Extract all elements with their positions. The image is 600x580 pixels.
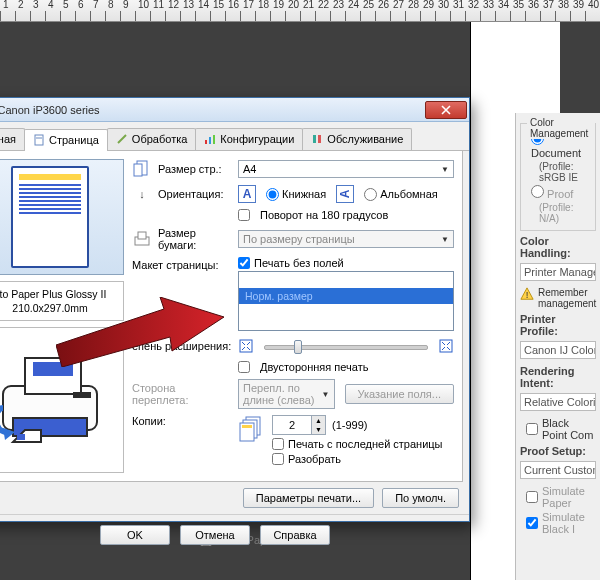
extent-slider[interactable] xyxy=(264,337,428,355)
paper-size-row: Размербумаги: По размеру страницы▼ xyxy=(132,227,454,251)
printer-small-icon xyxy=(132,229,152,249)
page-thumbnail xyxy=(11,166,89,268)
tab-profiles[interactable]: Конфигурации xyxy=(195,128,303,150)
dialog-tabs: вная Страница Обработка Конфигурации Обс… xyxy=(0,122,469,151)
svg-rect-17 xyxy=(73,392,91,398)
wand-icon xyxy=(116,133,128,145)
extent-max-icon xyxy=(438,338,454,354)
black-point-checkbox[interactable]: Black Point Com xyxy=(526,417,596,441)
svg-marker-12 xyxy=(33,362,73,376)
document-profile-label: (Profile: sRGB IE xyxy=(539,161,591,183)
duplex-row: Двусторонняя печать xyxy=(132,361,454,373)
svg-rect-27 xyxy=(242,425,252,428)
orientation-row: ↓ Ориентация: A Книжная A Альбомная xyxy=(132,185,454,203)
copies-range: (1-999) xyxy=(332,419,367,431)
tab-main[interactable]: вная xyxy=(0,128,25,150)
borderless-checkbox[interactable]: Печать без полей xyxy=(238,257,454,269)
settings-column: Размер стр.: A4▼ ↓ Ориентация: A Книжная… xyxy=(132,159,454,473)
dialog-titlebar[interactable]: ства: Canon iP3600 series xyxy=(0,98,469,122)
proof-radio[interactable]: Proof xyxy=(531,185,591,200)
extent-row: епень расширения: xyxy=(132,337,454,355)
layout-label: Макет страницы: xyxy=(132,259,218,271)
svg-rect-9 xyxy=(318,135,321,143)
landscape-icon: A xyxy=(336,185,354,203)
paper-type-display: oto Paper Plus Glossy II 210.0x297.0mm xyxy=(0,281,124,321)
svg-marker-15 xyxy=(17,434,25,440)
copies-down[interactable]: ▼ xyxy=(311,425,325,434)
dialog-body: oto Paper Plus Glossy II 210.0x297.0mm xyxy=(0,150,463,482)
print-params-button[interactable]: Параметры печати... xyxy=(243,488,374,508)
cancel-button[interactable]: Отмена xyxy=(180,525,250,545)
paper-type-name: oto Paper Plus Glossy II xyxy=(0,288,117,300)
color-handling-label: Color Handling: xyxy=(520,235,596,259)
portrait-icon: A xyxy=(238,185,256,203)
copies-spinner[interactable]: ▲▼ xyxy=(272,415,326,435)
proof-setup-label: Proof Setup: xyxy=(520,445,596,457)
extent-label: епень расширения: xyxy=(132,340,231,352)
layout-list[interactable]: Норм. размер xyxy=(238,271,454,331)
simulate-paper-checkbox[interactable]: Simulate Paper xyxy=(526,485,596,509)
dialog-title: ства: Canon iP3600 series xyxy=(0,104,425,116)
landscape-radio[interactable]: Альбомная xyxy=(364,188,438,201)
page-size-select[interactable]: A4▼ xyxy=(238,160,454,178)
margin-button: Указание поля... xyxy=(345,384,454,404)
copies-row: Копии: ▲▼ (1-999) Печать с последней стр… xyxy=(132,415,454,465)
copies-input[interactable] xyxy=(273,417,311,433)
dialog-footer: OK Отмена Справка xyxy=(0,514,469,553)
chart-icon xyxy=(204,133,216,145)
close-icon xyxy=(441,105,451,115)
svg-rect-23 xyxy=(440,340,452,352)
layout-selected-item[interactable]: Норм. размер xyxy=(239,288,453,304)
printer-profile-select[interactable]: Canon IJ Color Prin xyxy=(520,341,596,359)
copies-label: Копии: xyxy=(132,415,166,427)
page-size-icon xyxy=(132,159,152,179)
preview-column: oto Paper Plus Glossy II 210.0x297.0mm xyxy=(0,159,124,473)
printer-properties-dialog: ства: Canon iP3600 series вная Страница … xyxy=(0,97,470,522)
copies-up[interactable]: ▲ xyxy=(311,416,325,425)
tab-page[interactable]: Страница xyxy=(24,129,108,151)
printer-profile-label: Printer Profile: xyxy=(520,313,596,337)
binding-select: Перепл. по длине (слева)▼ xyxy=(238,379,335,409)
rotate180-checkbox[interactable]: Поворот на 180 градусов xyxy=(238,209,454,221)
collate-checkbox[interactable]: Разобрать xyxy=(272,453,341,465)
duplex-checkbox[interactable]: Двусторонняя печать xyxy=(238,361,454,373)
reverse-order-checkbox[interactable]: Печать с последней страницы xyxy=(272,438,443,450)
color-mgmt-legend: Color Management xyxy=(527,117,595,139)
svg-rect-8 xyxy=(313,135,316,143)
svg-rect-22 xyxy=(240,340,252,352)
simulate-black-checkbox[interactable]: Simulate Black I xyxy=(526,511,596,535)
page-preview xyxy=(0,159,124,275)
color-management-panel: Color Management Document (Profile: sRGB… xyxy=(515,113,600,580)
svg-rect-19 xyxy=(134,164,142,176)
copies-icon xyxy=(238,415,266,445)
extent-min-icon xyxy=(238,338,254,354)
svg-rect-7 xyxy=(213,135,215,144)
binding-row: Сторонапереплета: Перепл. по длине (слев… xyxy=(132,379,454,409)
color-handling-select[interactable]: Printer Manages Col xyxy=(520,263,596,281)
rendering-intent-select[interactable]: Relative Colorimetric xyxy=(520,393,596,411)
layout-row: Макет страницы: Печать без полей Норм. р… xyxy=(132,257,454,331)
paper-type-size: 210.0x297.0mm xyxy=(0,302,117,314)
defaults-button[interactable]: По умолч. xyxy=(382,488,459,508)
svg-rect-21 xyxy=(138,232,146,239)
rotate180-row: Поворот на 180 градусов xyxy=(132,209,454,221)
help-button[interactable]: Справка xyxy=(260,525,330,545)
tab-maintenance[interactable]: Обслуживание xyxy=(302,128,412,150)
svg-text:!: ! xyxy=(526,289,529,300)
page-size-label: Размер стр.: xyxy=(158,163,222,175)
portrait-radio[interactable]: Книжная xyxy=(266,188,326,201)
svg-rect-3 xyxy=(35,135,43,145)
orientation-icon: ↓ xyxy=(132,188,152,200)
proof-profile-label: (Profile: N/A) xyxy=(539,202,591,224)
remember-warning: ! Remember management xyxy=(520,287,596,309)
paper-size-select: По размеру страницы▼ xyxy=(238,230,454,248)
printer-illustration xyxy=(0,327,124,473)
rendering-intent-label: Rendering Intent: xyxy=(520,365,596,389)
svg-rect-5 xyxy=(205,140,207,144)
close-button[interactable] xyxy=(425,101,467,119)
ok-button[interactable]: OK xyxy=(100,525,170,545)
tab-finishing[interactable]: Обработка xyxy=(107,128,196,150)
page-size-row: Размер стр.: A4▼ xyxy=(132,159,454,179)
proof-setup-select[interactable]: Current Custom Set xyxy=(520,461,596,479)
warning-icon: ! xyxy=(520,287,534,301)
